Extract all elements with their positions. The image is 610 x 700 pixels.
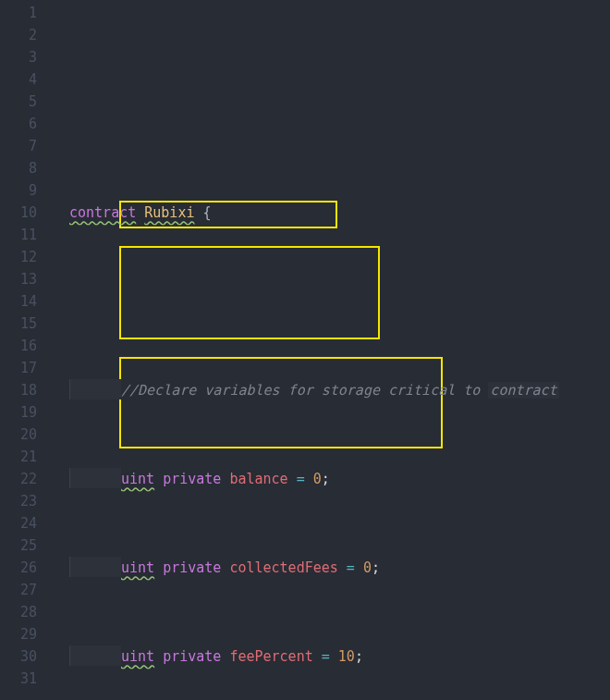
line-number: 6 bbox=[0, 113, 42, 135]
line-number: 9 bbox=[0, 179, 42, 202]
line-number: 27 bbox=[0, 579, 42, 601]
line-number: 16 bbox=[0, 335, 42, 357]
code-editor[interactable]: 1 2 3 4 5 6 7 8 9 10 11 12 13 14 15 16 1… bbox=[0, 0, 610, 700]
line-number: 26 bbox=[0, 557, 42, 579]
line-number: 15 bbox=[0, 313, 42, 335]
line-number: 30 bbox=[0, 645, 42, 668]
line-number: 4 bbox=[0, 68, 42, 91]
line-number: 1 bbox=[0, 2, 42, 24]
line-number: 7 bbox=[0, 135, 42, 157]
code-line: contract Rubixi { bbox=[42, 202, 610, 224]
line-number: 12 bbox=[0, 246, 42, 268]
code-line: uint private balance = 0; bbox=[42, 468, 610, 490]
code-line: uint private collectedFees = 0; bbox=[42, 557, 610, 579]
code-line: uint private feePercent = 10; bbox=[42, 645, 610, 668]
line-number: 14 bbox=[0, 290, 42, 313]
line-number: 13 bbox=[0, 268, 42, 290]
line-number: 2 bbox=[0, 24, 42, 46]
line-number: 23 bbox=[0, 490, 42, 512]
highlight-box-onlyowner bbox=[119, 357, 443, 448]
line-number: 18 bbox=[0, 379, 42, 401]
code-area[interactable]: contract Rubixi { //Declare variables fo… bbox=[42, 0, 610, 700]
line-number: 29 bbox=[0, 623, 42, 645]
line-number: 3 bbox=[0, 46, 42, 68]
line-number: 21 bbox=[0, 446, 42, 468]
line-number: 22 bbox=[0, 468, 42, 490]
line-number: 25 bbox=[0, 534, 42, 557]
line-number: 17 bbox=[0, 357, 42, 379]
comment-highlight: contract bbox=[488, 382, 558, 399]
code-line: //Declare variables for storage critical… bbox=[42, 379, 610, 401]
line-number: 24 bbox=[0, 512, 42, 534]
line-number: 20 bbox=[0, 424, 42, 446]
comment: //Declare variables for storage critical… bbox=[121, 382, 488, 399]
line-number: 11 bbox=[0, 224, 42, 246]
line-number-gutter: 1 2 3 4 5 6 7 8 9 10 11 12 13 14 15 16 1… bbox=[0, 0, 42, 700]
line-number: 31 bbox=[0, 668, 42, 690]
line-number: 5 bbox=[0, 91, 42, 113]
line-number: 8 bbox=[0, 157, 42, 179]
line-number: 10 bbox=[0, 202, 42, 224]
code-line bbox=[42, 290, 610, 313]
line-number: 28 bbox=[0, 601, 42, 623]
line-number: 19 bbox=[0, 401, 42, 424]
